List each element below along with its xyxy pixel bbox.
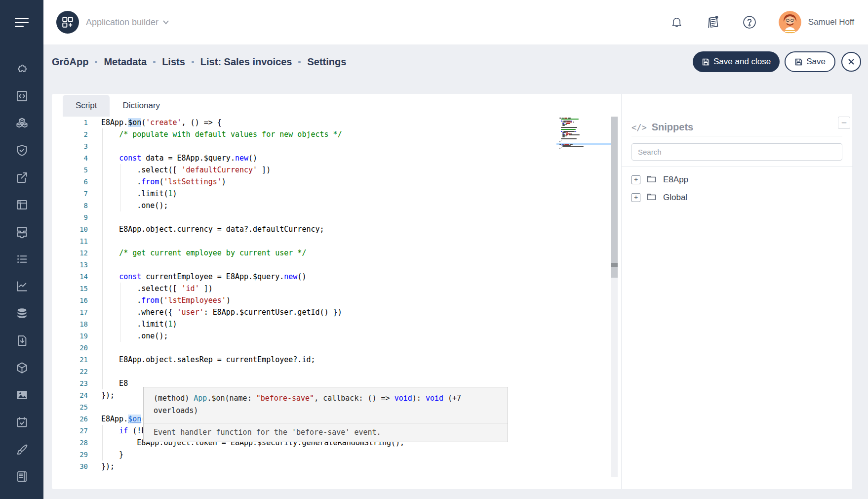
code-token: ( xyxy=(141,118,146,127)
code-line-17: 17 .where({ 'user': E8App.$currentUser.g… xyxy=(63,306,670,318)
sidebar-item-chart-line[interactable] xyxy=(0,274,43,301)
save-button[interactable]: Save xyxy=(785,51,835,72)
code-line-19: 19 .one(); xyxy=(63,330,670,342)
editor-scrollbar-notch xyxy=(611,263,618,267)
cube-3d-icon xyxy=(15,361,29,376)
code-line-16: 16 .from('lstEmployees') xyxy=(63,294,670,306)
sidebar-item-image[interactable] xyxy=(0,382,43,410)
snippets-panel: – </> Snippets +E8App+Global xyxy=(621,94,852,489)
save-and-close-button[interactable]: Save and close xyxy=(693,51,780,72)
line-number: 5 xyxy=(63,164,88,176)
code-line-10: 10 E8App.object.currency = data?.default… xyxy=(63,223,670,235)
code-token: ) xyxy=(222,177,226,186)
line-number: 16 xyxy=(63,294,88,306)
code-line-15: 15 .select([ 'id' ]) xyxy=(63,283,670,294)
snippet-folder-e8app[interactable]: +E8App xyxy=(631,171,842,189)
breadcrumb-item[interactable]: List: Sales invoices xyxy=(200,56,292,68)
code-token: void xyxy=(395,394,412,403)
save-and-close-label: Save and close xyxy=(713,57,771,67)
code-token: from xyxy=(141,296,159,305)
code-token: 'id' xyxy=(182,284,199,293)
help-icon[interactable] xyxy=(742,15,757,30)
code-symbol-link[interactable]: $on xyxy=(128,415,141,423)
breadcrumb-separator xyxy=(192,61,194,63)
sidebar-item-external-link[interactable] xyxy=(0,165,43,192)
code-icon: </> xyxy=(631,123,647,132)
code-token: from xyxy=(141,177,159,186)
code-token: .limit( xyxy=(101,189,168,198)
editor-scrollbar-thumb[interactable] xyxy=(611,117,618,264)
code-token xyxy=(101,249,119,257)
release-notes-icon[interactable] xyxy=(706,15,720,30)
code-token: E8App.object.salesRep = currentEmployee?… xyxy=(101,355,315,364)
hamburger-menu-icon[interactable] xyxy=(0,0,43,44)
sidebar-item-database[interactable] xyxy=(0,301,43,328)
code-line-4: 4 const data = E8App.$query.new() xyxy=(63,152,670,164)
minimap-bar xyxy=(573,122,574,123)
expand-icon[interactable]: + xyxy=(631,175,640,184)
sidebar-item-calendar-check[interactable] xyxy=(0,410,43,437)
code-line-30: 30}); xyxy=(63,460,670,472)
breadcrumb-item[interactable]: Lists xyxy=(162,56,185,68)
sidebar-item-file-download[interactable] xyxy=(0,328,43,355)
snippets-search-input[interactable] xyxy=(631,143,842,161)
sidebar-item-inbox-stack[interactable] xyxy=(0,219,43,247)
sidebar-item-bullet-list[interactable] xyxy=(0,247,43,274)
editor-scrollbar-track[interactable] xyxy=(611,117,618,477)
sidebar-item-paintbrush[interactable] xyxy=(0,437,43,464)
line-number: 9 xyxy=(63,211,88,223)
minimap-bar xyxy=(561,138,577,139)
line-number: 15 xyxy=(63,283,88,294)
minimap-bar xyxy=(561,140,561,141)
sidebar-item-browser-window[interactable] xyxy=(0,192,43,219)
calendar-check-icon xyxy=(15,416,29,431)
breadcrumb-separator xyxy=(153,61,156,63)
editor-minimap[interactable] xyxy=(559,118,609,152)
snippets-title: Snippets xyxy=(652,122,693,133)
code-token: E8App. xyxy=(101,415,128,423)
code-editor[interactable]: 1E8App.$on('create', () => {2 /* populat… xyxy=(63,117,670,477)
breadcrumb-item[interactable]: GrōApp xyxy=(52,56,88,68)
sidebar-item-blocks[interactable] xyxy=(0,111,43,138)
expand-icon[interactable]: + xyxy=(631,193,640,202)
code-token: "before-save" xyxy=(256,394,314,403)
snippet-folder-global[interactable]: +Global xyxy=(631,189,842,207)
code-token: data = E8App.$query. xyxy=(141,154,235,163)
bell-icon[interactable] xyxy=(669,15,684,30)
line-number: 8 xyxy=(63,200,88,211)
code-line-11: 11 xyxy=(63,235,670,247)
tab-dictionary[interactable]: Dictionary xyxy=(110,95,173,117)
code-line-29: 29 } xyxy=(63,449,670,460)
close-icon xyxy=(848,58,855,65)
code-token: .select([ xyxy=(101,166,182,174)
code-token: if xyxy=(119,426,128,435)
code-token: .limit( xyxy=(101,320,168,329)
left-sidebar xyxy=(0,0,43,499)
sidebar-item-puzzle[interactable] xyxy=(0,56,43,83)
breadcrumb-item[interactable]: Metadata xyxy=(104,56,147,68)
breadcrumb-item[interactable]: Settings xyxy=(307,56,346,68)
tab-script[interactable]: Script xyxy=(63,95,110,117)
minimap-bar xyxy=(562,136,565,137)
sidebar-item-code-square[interactable] xyxy=(0,83,43,111)
indent-guide xyxy=(102,425,103,460)
code-line-7: 7 .limit(1) xyxy=(63,188,670,200)
line-number: 3 xyxy=(63,140,88,152)
app-logo[interactable] xyxy=(56,11,79,34)
line-number: 29 xyxy=(63,449,88,460)
minimap-bar xyxy=(577,131,577,132)
code-token: .select([ xyxy=(101,284,182,293)
sidebar-item-cube-3d[interactable] xyxy=(0,355,43,382)
minimap-bar xyxy=(559,148,560,149)
sidebar-nav xyxy=(0,56,43,491)
database-icon xyxy=(15,307,29,322)
sidebar-item-book[interactable] xyxy=(0,464,43,491)
app-title[interactable]: Application builder xyxy=(86,17,158,28)
chevron-down-icon[interactable] xyxy=(162,18,169,27)
breadcrumb-row: GrōAppMetadataListsList: Sales invoicesS… xyxy=(43,44,868,79)
line-number: 23 xyxy=(63,377,88,389)
save-label: Save xyxy=(806,57,826,67)
close-button[interactable] xyxy=(841,52,861,72)
sidebar-item-shield-check[interactable] xyxy=(0,138,43,165)
avatar[interactable] xyxy=(779,11,801,34)
